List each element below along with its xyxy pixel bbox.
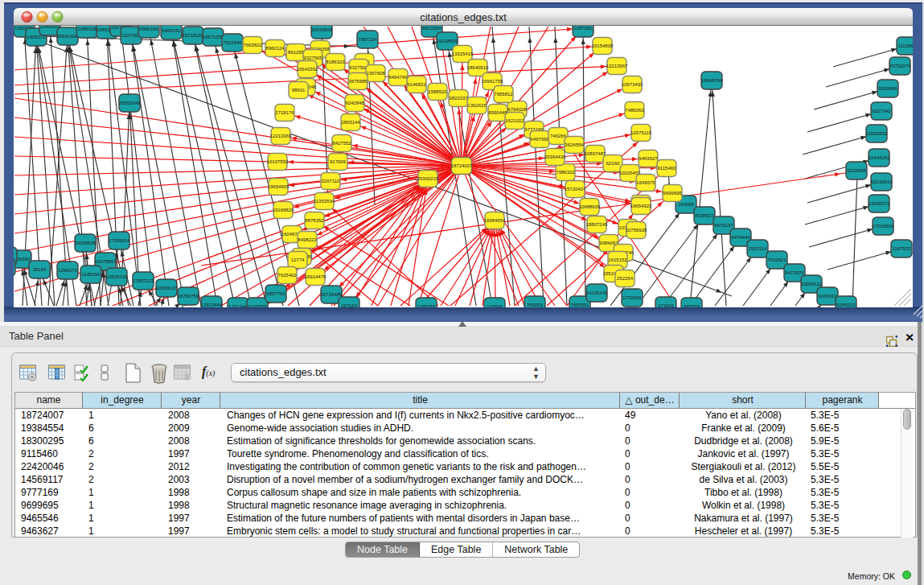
svg-text:3215958: 3215958 — [847, 168, 866, 173]
svg-text:10958107: 10958107 — [156, 286, 178, 290]
svg-text:citations_edges.txt: citations_edges.txt — [420, 11, 507, 23]
svg-text:20364436: 20364436 — [544, 154, 566, 159]
svg-text:14136141: 14136141 — [586, 290, 608, 295]
svg-text:7663822: 7663822 — [243, 43, 262, 47]
svg-text:7650591: 7650591 — [570, 303, 589, 307]
svg-text:12923446: 12923446 — [201, 303, 223, 307]
svg-text:17016504: 17016504 — [873, 224, 894, 229]
svg-text:2933114: 2933114 — [749, 246, 768, 251]
svg-text:1588520: 1588520 — [428, 89, 447, 94]
svg-text:8498222: 8498222 — [298, 237, 317, 242]
svg-text:8454749: 8454749 — [388, 75, 408, 80]
svg-text:3624554: 3624554 — [565, 142, 584, 147]
svg-text:7632621: 7632621 — [767, 257, 786, 262]
svg-text:16107552: 16107552 — [267, 159, 289, 164]
svg-text:9242848: 9242848 — [345, 101, 364, 105]
svg-text:8186323: 8186323 — [326, 60, 345, 64]
svg-text:15720407: 15720407 — [565, 187, 586, 192]
svg-text:6794028: 6794028 — [507, 107, 527, 112]
svg-text:2087682: 2087682 — [573, 26, 593, 31]
svg-text:2718176: 2718176 — [275, 110, 294, 115]
svg-text:9227342: 9227342 — [872, 109, 891, 113]
svg-text:1145194: 1145194 — [82, 272, 101, 277]
svg-text:2367608: 2367608 — [366, 71, 385, 76]
svg-text:16914479: 16914479 — [305, 274, 326, 279]
svg-text:9474444: 9474444 — [731, 235, 750, 240]
svg-text:9165059: 9165059 — [248, 304, 267, 307]
svg-text:7515546: 7515546 — [223, 40, 242, 45]
svg-text:3675685: 3675685 — [348, 79, 368, 84]
svg-text:10719155: 10719155 — [183, 33, 204, 38]
svg-text:2803144: 2803144 — [341, 120, 360, 125]
svg-text:9245013: 9245013 — [836, 303, 856, 307]
svg-text:18807249: 18807249 — [586, 222, 608, 227]
svg-text:16648784: 16648784 — [701, 78, 723, 83]
svg-text:1085328: 1085328 — [77, 27, 97, 31]
svg-text:15751074: 15751074 — [889, 64, 911, 68]
svg-text:19654923: 19654923 — [630, 204, 652, 208]
svg-text:1165059: 1165059 — [417, 304, 437, 307]
svg-text:9857791: 9857791 — [266, 291, 285, 296]
svg-text:3822037: 3822037 — [449, 96, 468, 101]
svg-text:7485063: 7485063 — [625, 108, 644, 113]
svg-text:15716485: 15716485 — [321, 292, 343, 297]
svg-text:10688609: 10688609 — [579, 204, 601, 209]
svg-text:19218506: 19218506 — [437, 39, 458, 43]
svg-text:164095: 164095 — [678, 202, 695, 207]
svg-text:18640910: 18640910 — [467, 65, 489, 70]
svg-text:1167533: 1167533 — [893, 246, 912, 251]
svg-text:9115460: 9115460 — [658, 166, 677, 171]
svg-text:16154808: 16154808 — [592, 43, 614, 48]
svg-text:8990448: 8990448 — [488, 110, 507, 115]
svg-text:7955812: 7955812 — [494, 92, 513, 97]
svg-text:11353594: 11353594 — [314, 199, 335, 204]
svg-text:20691406: 20691406 — [57, 34, 79, 39]
svg-text:19654905: 19654905 — [268, 184, 290, 189]
svg-text:12213369: 12213369 — [270, 134, 292, 138]
svg-text:12505135: 12505135 — [106, 274, 128, 279]
svg-text:62160: 62160 — [606, 161, 620, 166]
svg-text:13325419: 13325419 — [452, 51, 474, 56]
svg-text:12444151: 12444151 — [869, 155, 890, 160]
svg-text:16210643: 16210643 — [871, 179, 893, 184]
svg-text:3267110: 3267110 — [322, 179, 341, 183]
svg-text:1294273: 1294273 — [58, 268, 77, 273]
svg-text:7986322: 7986322 — [556, 170, 575, 175]
svg-text:6679137: 6679137 — [714, 223, 733, 228]
svg-text:8427552: 8427552 — [332, 141, 351, 146]
svg-text:1621022: 1621022 — [505, 118, 524, 123]
svg-text:16961758: 16961758 — [482, 79, 503, 84]
svg-text:917006: 917006 — [330, 159, 347, 164]
svg-text:17359924: 17359924 — [109, 238, 130, 243]
svg-text:16782759: 16782759 — [178, 294, 199, 299]
svg-text:6966160: 6966160 — [139, 27, 158, 31]
svg-text:157164: 157164 — [341, 303, 358, 307]
svg-text:19384554: 19384554 — [484, 218, 506, 223]
svg-text:891295: 891295 — [288, 50, 305, 55]
svg-text:16543392: 16543392 — [297, 67, 318, 72]
svg-text:6966161: 6966161 — [162, 28, 181, 33]
svg-text:20053346: 20053346 — [119, 101, 141, 105]
svg-text:17957223: 17957223 — [133, 278, 154, 283]
svg-text:173342: 173342 — [658, 303, 675, 307]
svg-text:12975115: 12975115 — [630, 130, 652, 135]
svg-text:1292344: 1292344 — [228, 304, 248, 307]
svg-text:25300215: 25300215 — [417, 176, 439, 181]
svg-text:98901: 98901 — [292, 88, 306, 93]
svg-text:746266: 746266 — [550, 134, 567, 138]
svg-text:16671355: 16671355 — [203, 35, 224, 39]
svg-text:10054122: 10054122 — [801, 282, 823, 286]
svg-text:12093832: 12093832 — [866, 131, 888, 136]
svg-text:9327505: 9327505 — [303, 56, 322, 60]
svg-text:1112864: 1112864 — [898, 43, 913, 48]
svg-text:9146821: 9146821 — [407, 82, 426, 87]
svg-text:9245012: 9245012 — [818, 294, 837, 299]
svg-text:10975867: 10975867 — [95, 259, 117, 264]
svg-text:8938923: 8938923 — [695, 213, 714, 218]
svg-text:16033809: 16033809 — [311, 27, 333, 32]
svg-text:8813054: 8813054 — [422, 26, 441, 31]
svg-text:9699695: 9699695 — [663, 191, 682, 196]
svg-text:39154: 39154 — [33, 267, 47, 272]
svg-text:19166829: 19166829 — [273, 208, 294, 212]
svg-text:8471876: 8471876 — [785, 270, 804, 275]
